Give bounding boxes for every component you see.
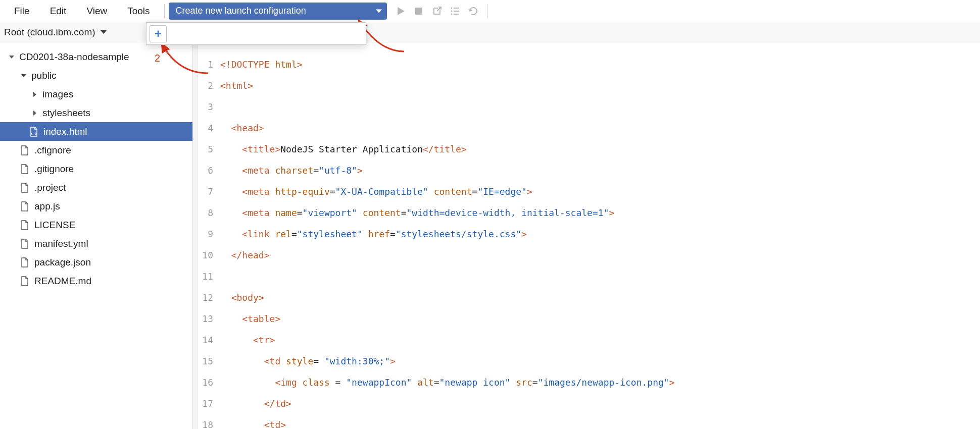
code-line: </td>	[220, 398, 291, 409]
separator	[487, 4, 487, 18]
svg-rect-2	[454, 8, 459, 9]
tree-label: manifest.yml	[34, 238, 88, 249]
md-file-icon	[20, 276, 29, 287]
yml-file-icon	[20, 238, 29, 249]
chevron-down-icon	[8, 53, 15, 61]
code-line: <meta name="viewport" content="width=dev…	[220, 207, 614, 218]
tree-label: index.html	[43, 126, 87, 137]
breadcrumb-root: Root (cloud.ibm.com)	[4, 27, 95, 38]
tree-folder-root[interactable]: CD0201-38a-nodesample	[0, 47, 192, 66]
file-icon	[20, 145, 29, 156]
code-line: <img class = "newappIcon" alt="newapp ic…	[220, 377, 675, 388]
code-editor[interactable]: 1<!DOCTYPE html> 2<html> 3 4 <head> 5 <t…	[198, 42, 980, 429]
launch-config-select[interactable]: Create new launch configuration	[169, 3, 387, 20]
line-number: 11	[198, 271, 220, 282]
tree-file-cfignore[interactable]: .cfignore	[0, 141, 192, 159]
tree-file-gitignore[interactable]: .gitignore	[0, 159, 192, 178]
code-line: <head>	[220, 123, 264, 133]
editor-area: 1<!DOCTYPE html> 2<html> 3 4 <head> 5 <t…	[193, 42, 980, 429]
json-file-icon	[20, 257, 29, 268]
stop-icon[interactable]	[413, 6, 424, 17]
line-number: 3	[198, 101, 220, 112]
tree-label: public	[31, 70, 57, 81]
file-icon	[20, 220, 29, 231]
tree-label: .gitignore	[34, 164, 74, 175]
tree-file-license[interactable]: LICENSE	[0, 216, 192, 234]
svg-rect-4	[454, 11, 459, 12]
open-external-icon[interactable]	[431, 6, 443, 17]
tree-label: LICENSE	[34, 220, 75, 231]
svg-point-3	[451, 10, 452, 12]
file-icon	[20, 164, 29, 175]
line-number: 1	[198, 59, 220, 70]
tree-folder-images[interactable]: images	[0, 85, 192, 103]
line-number: 4	[198, 123, 220, 133]
line-number: 6	[198, 165, 220, 176]
tree-label: CD0201-38a-nodesample	[19, 51, 129, 63]
launch-config-label: Create new launch configuration	[176, 6, 306, 16]
code-line: <body>	[220, 292, 264, 303]
play-icon[interactable]	[395, 6, 406, 17]
tree-label: images	[42, 89, 73, 100]
svg-rect-0	[415, 8, 422, 15]
editor-gutter	[193, 42, 198, 429]
code-line: <table>	[220, 313, 280, 324]
line-number: 2	[198, 80, 220, 91]
file-tree: CD0201-38a-nodesample public images styl…	[0, 42, 193, 429]
tree-folder-public[interactable]: public	[0, 66, 192, 85]
tree-label: package.json	[34, 257, 91, 268]
file-icon	[20, 182, 29, 193]
menu-tools[interactable]: Tools	[117, 0, 160, 22]
code-line: <td>	[220, 419, 286, 429]
chevron-down-icon	[376, 9, 382, 13]
menu-edit[interactable]: Edit	[40, 0, 77, 22]
tree-file-appjs[interactable]: app.js	[0, 197, 192, 216]
code-line: <title>NodeJS Starter Application</title…	[220, 144, 467, 154]
list-icon[interactable]	[450, 6, 461, 17]
line-number: 15	[198, 356, 220, 366]
js-file-icon	[20, 201, 29, 212]
menu-file[interactable]: File	[4, 0, 40, 22]
line-number: 18	[198, 419, 220, 429]
line-number: 16	[198, 377, 220, 388]
tree-label: README.md	[34, 276, 91, 287]
tree-file-manifest[interactable]: manifest.yml	[0, 234, 192, 253]
line-number: 13	[198, 313, 220, 324]
chevron-down-icon	[20, 72, 27, 79]
plus-icon: +	[155, 27, 162, 41]
line-number: 10	[198, 250, 220, 260]
code-line: <td style= "width:30%;">	[220, 356, 396, 366]
line-number: 5	[198, 144, 220, 154]
code-line: <html>	[220, 80, 253, 91]
launch-config-dropdown: +	[146, 22, 366, 45]
tree-file-project[interactable]: .project	[0, 178, 192, 197]
svg-point-1	[451, 7, 452, 9]
code-line: <link rel="stylesheet" href="stylesheets…	[220, 229, 527, 239]
undo-icon[interactable]	[468, 6, 479, 17]
tree-label: .cfignore	[34, 145, 71, 156]
tree-file-package[interactable]: package.json	[0, 253, 192, 272]
code-line: </head>	[220, 250, 270, 260]
menu-view[interactable]: View	[76, 0, 117, 22]
separator	[164, 4, 165, 18]
tree-label: stylesheets	[42, 108, 90, 119]
add-launch-config-button[interactable]: +	[150, 25, 167, 42]
chevron-right-icon	[31, 91, 38, 98]
line-number: 17	[198, 398, 220, 409]
code-line: <meta charset="utf-8">	[220, 165, 363, 176]
chevron-right-icon	[31, 110, 38, 117]
svg-rect-6	[454, 14, 459, 15]
line-number: 7	[198, 186, 220, 197]
tree-folder-stylesheets[interactable]: stylesheets	[0, 103, 192, 122]
code-line: <!DOCTYPE html>	[220, 59, 303, 70]
tree-file-readme[interactable]: README.md	[0, 272, 192, 290]
line-number: 8	[198, 207, 220, 218]
main: CD0201-38a-nodesample public images styl…	[0, 42, 980, 429]
code-line: <meta http-equiv="X-UA-Compatible" conte…	[220, 186, 532, 197]
html-file-icon	[29, 126, 38, 137]
menubar: File Edit View Tools Create new launch c…	[0, 0, 980, 22]
line-number: 12	[198, 292, 220, 303]
tree-file-index-html[interactable]: index.html	[0, 122, 192, 141]
chevron-down-icon	[101, 30, 107, 34]
code-line: <tr>	[220, 335, 275, 345]
